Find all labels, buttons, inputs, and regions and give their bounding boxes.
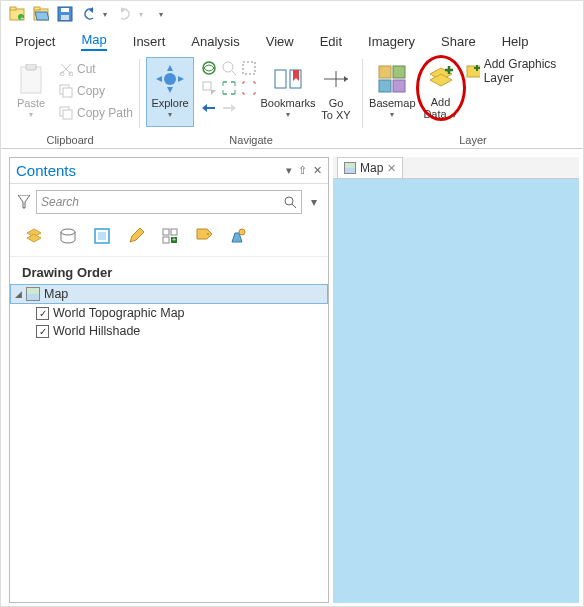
prev-extent-icon[interactable]: [200, 99, 218, 117]
qat-customize-dropdown[interactable]: ▾: [159, 10, 167, 19]
zoom-out-icon[interactable]: [240, 79, 258, 97]
svg-rect-41: [393, 80, 405, 92]
pin-icon[interactable]: ⇧: [298, 164, 307, 177]
undo-icon[interactable]: [79, 4, 99, 24]
menu-help[interactable]: Help: [502, 34, 529, 49]
map-node-label: Map: [44, 287, 68, 301]
svg-marker-30: [211, 90, 216, 95]
menu-analysis[interactable]: Analysis: [191, 34, 239, 49]
contents-header: Contents ▾ ⇧ ✕: [10, 158, 328, 184]
svg-marker-31: [202, 104, 207, 112]
redo-dropdown[interactable]: ▾: [139, 10, 147, 19]
select-rect-icon[interactable]: [240, 59, 258, 77]
bookmarks-label: Bookmarks: [261, 97, 316, 109]
new-project-icon[interactable]: ＋: [7, 4, 27, 24]
svg-rect-40: [379, 80, 391, 92]
go-to-xy-button[interactable]: Go To XY: [316, 57, 356, 127]
pane-menu-icon[interactable]: ▾: [286, 164, 292, 177]
svg-rect-57: [98, 232, 106, 240]
tree-node-layer-hillshade[interactable]: ✓ World Hillshade: [10, 322, 328, 340]
layer-tree: ◢ Map ✓ World Topographic Map ✓ World Hi…: [10, 284, 328, 340]
next-extent-icon[interactable]: [220, 99, 238, 117]
menu-map[interactable]: Map: [81, 32, 106, 51]
svg-rect-5: [34, 7, 40, 10]
gotoxy-label1: Go: [329, 97, 344, 109]
svg-rect-33: [275, 70, 286, 88]
svg-rect-58: [163, 229, 169, 235]
bookmarks-button[interactable]: Bookmarks ▾: [264, 57, 312, 127]
zoom-selection-icon[interactable]: [200, 79, 218, 97]
bookmarks-dropdown-icon: ▾: [284, 109, 292, 121]
menu-view[interactable]: View: [266, 34, 294, 49]
menu-imagery[interactable]: Imagery: [368, 34, 415, 49]
svg-point-64: [239, 229, 245, 235]
svg-rect-13: [26, 64, 36, 70]
close-icon[interactable]: ✕: [387, 162, 396, 175]
svg-marker-6: [35, 12, 49, 20]
menu-project[interactable]: Project: [15, 34, 55, 49]
explore-label: Explore: [151, 97, 188, 109]
list-by-perf-icon[interactable]: [228, 226, 248, 246]
copy-button[interactable]: Copy: [59, 81, 133, 101]
undo-dropdown[interactable]: ▾: [103, 10, 111, 19]
copy-path-button[interactable]: Copy Path: [59, 103, 133, 123]
clipboard-icon: [15, 63, 47, 95]
ribbon-group-navigate: Explore ▾ Bookmarks ▾ Go: [140, 53, 362, 148]
svg-marker-54: [27, 234, 41, 242]
redo-icon[interactable]: [115, 4, 135, 24]
explore-button[interactable]: Explore ▾: [146, 57, 194, 127]
svg-point-25: [203, 62, 215, 74]
list-by-editing-icon[interactable]: [126, 226, 146, 246]
list-by-drawing-order-icon[interactable]: [24, 226, 44, 246]
add-graphics-layer-button[interactable]: Add Graphics Layer: [466, 61, 577, 81]
svg-rect-38: [379, 66, 391, 78]
tree-node-layer-topo[interactable]: ✓ World Topographic Map: [10, 304, 328, 322]
svg-point-20: [164, 73, 176, 85]
search-input[interactable]: Search: [36, 190, 302, 214]
svg-text:＋: ＋: [19, 15, 25, 21]
copy-icon: [59, 84, 73, 98]
svg-rect-59: [171, 229, 177, 235]
collapse-icon[interactable]: ◢: [15, 289, 22, 299]
filter-icon[interactable]: [16, 195, 32, 209]
add-data-button[interactable]: Add Data ▾: [420, 57, 462, 127]
svg-text:+: +: [172, 236, 176, 243]
list-by-labeling-icon[interactable]: [194, 226, 214, 246]
svg-rect-9: [61, 15, 69, 20]
svg-rect-12: [21, 67, 41, 93]
open-project-icon[interactable]: [31, 4, 51, 24]
menu-insert[interactable]: Insert: [133, 34, 166, 49]
list-by-selection-icon[interactable]: [92, 226, 112, 246]
basemap-button[interactable]: Basemap ▾: [369, 57, 415, 127]
svg-line-52: [292, 204, 296, 208]
map-canvas[interactable]: [333, 179, 579, 603]
cut-button[interactable]: Cut: [59, 59, 133, 79]
close-icon[interactable]: ✕: [313, 164, 322, 177]
paste-button[interactable]: Paste ▾: [7, 57, 55, 127]
contents-title: Contents: [16, 162, 76, 179]
save-project-icon[interactable]: [55, 4, 75, 24]
list-by-snapping-icon[interactable]: +: [160, 226, 180, 246]
tree-node-map[interactable]: ◢ Map: [10, 284, 328, 304]
ribbon: Paste ▾ Cut Copy Copy Path Clipboard Exp…: [1, 53, 583, 149]
paste-dropdown-icon: ▾: [27, 109, 35, 121]
list-by-source-icon[interactable]: [58, 226, 78, 246]
tab-label: Map: [360, 161, 383, 175]
menu-edit[interactable]: Edit: [320, 34, 342, 49]
drawing-order-header: Drawing Order: [10, 257, 328, 284]
svg-marker-32: [231, 104, 236, 112]
full-extent-icon[interactable]: [200, 59, 218, 77]
svg-rect-28: [243, 62, 255, 74]
fixed-zoom-in-icon[interactable]: [220, 59, 238, 77]
menu-share[interactable]: Share: [441, 34, 476, 49]
map-icon: [344, 162, 356, 174]
checkbox-icon[interactable]: ✓: [36, 307, 49, 320]
copy-path-icon: [59, 106, 73, 120]
search-options-dropdown[interactable]: ▾: [306, 195, 322, 209]
svg-rect-17: [63, 88, 72, 97]
ribbon-group-clipboard: Paste ▾ Cut Copy Copy Path Clipboard: [1, 53, 139, 148]
checkbox-icon[interactable]: ✓: [36, 325, 49, 338]
add-data-icon: [425, 62, 457, 94]
zoom-in-icon[interactable]: [220, 79, 238, 97]
tab-map[interactable]: Map ✕: [337, 157, 403, 178]
